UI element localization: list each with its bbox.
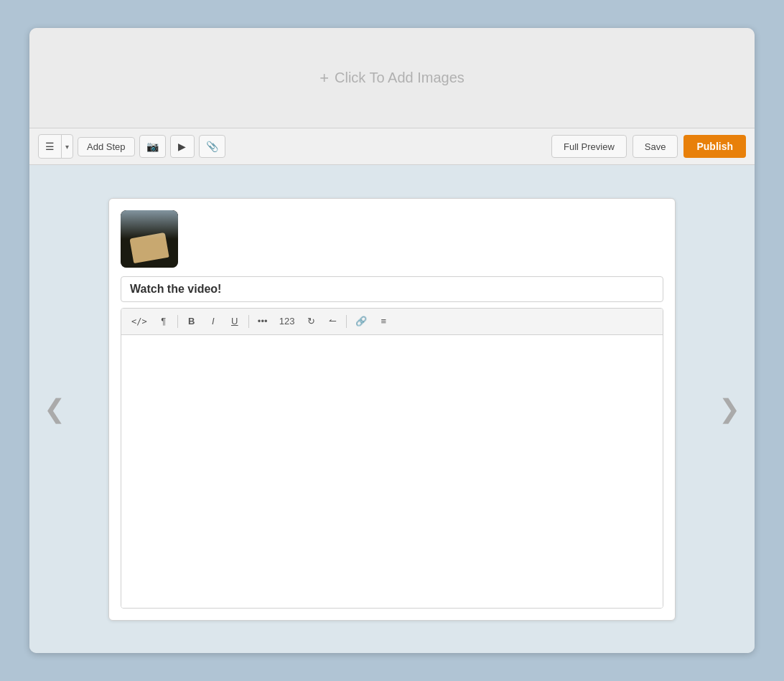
video-thumb-content (121, 210, 178, 268)
add-step-label: Add Step (87, 141, 126, 152)
list-icon: ☰ (45, 141, 55, 152)
toolbar-right: Full Preview Save Publish (551, 135, 746, 158)
save-label: Save (645, 141, 666, 152)
step-card: </> ¶ B I U ••• 1​​2​3 ↻ ↼ 🔗 ≡ (108, 198, 676, 621)
code-button[interactable]: </> (127, 313, 151, 330)
video-icon: ▶ (178, 141, 186, 152)
list-button-group: ☰ ▾ (38, 134, 73, 159)
publish-button[interactable]: Publish (683, 135, 746, 158)
ordered-list-button[interactable]: 1​​2​3 (275, 313, 299, 330)
image-upload-label: Click To Add Images (335, 70, 465, 86)
rich-editor: </> ¶ B I U ••• 1​​2​3 ↻ ↼ 🔗 ≡ (121, 308, 663, 609)
divider-2 (248, 315, 249, 328)
camera-icon: 📷 (146, 141, 159, 152)
right-arrow-icon: ❯ (719, 394, 740, 423)
prev-arrow[interactable]: ❮ (37, 387, 73, 431)
publish-label: Publish (696, 141, 733, 152)
full-preview-label: Full Preview (564, 141, 615, 152)
left-arrow-icon: ❮ (44, 394, 65, 423)
bold-button[interactable]: B (182, 313, 201, 330)
rich-toolbar: </> ¶ B I U ••• 1​​2​3 ↻ ↼ 🔗 ≡ (121, 309, 663, 335)
step-title-input[interactable] (121, 276, 663, 302)
paragraph-button[interactable]: ¶ (154, 313, 173, 330)
divider-3 (346, 315, 347, 328)
toolbar: ☰ ▾ Add Step 📷 ▶ 📎 (29, 128, 755, 165)
dropdown-icon: ▾ (65, 143, 69, 151)
link-button[interactable]: 🔗 (351, 313, 371, 330)
indent-decrease-button[interactable]: ↻ (302, 313, 320, 330)
indent-increase-button[interactable]: ↼ (323, 313, 342, 330)
video-thumbnail[interactable] (121, 210, 178, 268)
attachment-button[interactable]: 📎 (199, 135, 225, 158)
content-area: ❮ </> ¶ B I U ••• 1​​2 (29, 165, 755, 653)
list-dropdown-button[interactable]: ▾ (61, 135, 73, 158)
align-button[interactable]: ≡ (374, 313, 393, 330)
divider-1 (177, 315, 178, 328)
italic-button[interactable]: I (204, 313, 223, 330)
image-upload-area[interactable]: + Click To Add Images (29, 28, 755, 128)
unordered-list-button[interactable]: ••• (253, 313, 272, 330)
save-button[interactable]: Save (633, 135, 678, 158)
list-main-button[interactable]: ☰ (39, 135, 61, 158)
add-step-button[interactable]: Add Step (78, 137, 135, 156)
camera-button[interactable]: 📷 (139, 135, 166, 158)
video-button[interactable]: ▶ (170, 135, 195, 158)
rich-content-area[interactable] (121, 335, 663, 608)
plus-icon: + (319, 69, 329, 88)
underline-button[interactable]: U (225, 313, 244, 330)
full-preview-button[interactable]: Full Preview (551, 135, 627, 158)
next-arrow[interactable]: ❯ (711, 387, 747, 431)
toolbar-left: ☰ ▾ Add Step 📷 ▶ 📎 (38, 134, 547, 159)
main-container: + Click To Add Images ☰ ▾ Add Step 📷 (29, 28, 755, 653)
image-upload-text: + Click To Add Images (319, 69, 465, 88)
attachment-icon: 📎 (206, 141, 218, 152)
